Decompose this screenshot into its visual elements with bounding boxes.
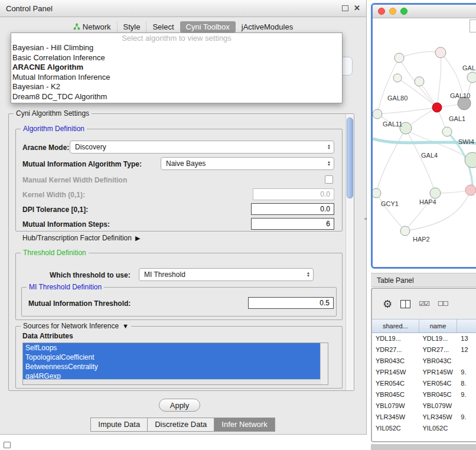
table-cell[interactable]: YBR045C — [372, 389, 419, 400]
settings-scrollbar[interactable] — [345, 114, 354, 390]
table-cell[interactable]: YER054C — [419, 378, 458, 389]
tab-style[interactable]: Style — [117, 21, 146, 32]
mi-type-select[interactable]: Naive Bayes ▲▼ — [161, 157, 334, 170]
columns-icon[interactable] — [400, 300, 410, 308]
tab-jactivemodules[interactable]: jActiveModules — [236, 21, 299, 32]
table-cell[interactable]: 9. — [457, 412, 476, 423]
bottom-tab-infer-network[interactable]: Infer Network — [214, 418, 275, 432]
table-cell[interactable]: YDL19... — [372, 333, 419, 344]
table-cell[interactable]: YIL052C — [372, 423, 419, 434]
algorithm-option-aracne-algorithm[interactable]: ARACNE Algorithm — [11, 63, 342, 73]
close-icon[interactable]: ✕ — [354, 5, 360, 12]
kernel-width-input — [253, 188, 334, 200]
aracne-mode-select[interactable]: Discovery ▲▼ — [70, 141, 334, 154]
list-vertical-scrollbar[interactable] — [320, 343, 328, 384]
algorithm-option-mutual-information-inference[interactable]: Mutual Information Inference — [11, 73, 342, 83]
float-icon[interactable] — [342, 5, 348, 11]
mi-threshold-input[interactable] — [248, 297, 334, 309]
table-cell[interactable]: 12 — [457, 344, 476, 356]
network-node[interactable] — [442, 127, 452, 136]
table-cell[interactable]: YPR145W — [372, 367, 419, 378]
threshold-definition-title: Threshold Definition — [21, 249, 89, 257]
table-row[interactable]: YDL19...YDL19...13 — [372, 333, 476, 344]
table-row[interactable]: YBR045CYBR045C9. — [372, 389, 476, 400]
table-cell[interactable] — [457, 400, 476, 412]
network-canvas[interactable]: GALGAL80GAL10GAL11GAL1SWI4GAL4GCY1HAP4HA… — [373, 18, 476, 265]
algorithm-option-basic-correlation-inference[interactable]: Basic Correlation Inference — [11, 53, 342, 63]
attribute-item-topologicalcoefficient[interactable]: TopologicalCoefficient — [23, 353, 320, 362]
list-horizontal-scrollbar[interactable] — [23, 379, 321, 384]
control-panel-tabs: NetworkStyleSelectCyni ToolboxjActiveMod… — [0, 19, 366, 34]
table-toolbar: ⚙ ☑☑ ☐☐ — [372, 289, 476, 319]
deselect-all-icon[interactable]: ☐☐ — [438, 300, 448, 308]
table-row[interactable]: YDR27...YDR27...12 — [372, 344, 476, 356]
network-node[interactable] — [395, 53, 404, 63]
sources-title-row[interactable]: Sources for Network Inference ▼ — [21, 322, 131, 330]
tab-network[interactable]: Network — [67, 21, 117, 32]
table-cell[interactable]: 9. — [457, 389, 476, 400]
table-cell[interactable]: YDR27... — [419, 344, 458, 356]
bottom-tab-discretize-data[interactable]: Discretize Data — [147, 418, 214, 432]
hub-section-toggle[interactable]: Hub/Transcription Factor Definition ▶ — [22, 234, 140, 242]
table-cell[interactable]: YBR043C — [372, 356, 419, 367]
bottom-tab-impute-data[interactable]: Impute Data — [90, 418, 148, 432]
select-all-icon[interactable]: ☑☑ — [419, 300, 429, 308]
canvas-scrollbar-corner[interactable] — [470, 19, 476, 32]
table-cell[interactable]: 13 — [457, 333, 476, 344]
table-cell[interactable]: YLR345W — [372, 412, 419, 423]
network-node[interactable] — [435, 47, 446, 58]
table-cell[interactable]: YLR345W — [419, 412, 458, 423]
apply-button[interactable]: Apply — [159, 399, 200, 412]
table-cell[interactable] — [457, 356, 476, 367]
table-row[interactable]: YIL052CYIL052C — [372, 423, 476, 434]
manual-kernel-checkbox[interactable] — [325, 175, 333, 184]
network-node[interactable] — [467, 72, 476, 83]
network-node[interactable] — [373, 188, 381, 198]
network-node[interactable] — [432, 103, 442, 112]
network-node[interactable] — [393, 74, 402, 82]
tab-cyni-toolbox[interactable]: Cyni Toolbox — [180, 21, 236, 32]
table-cell[interactable]: YDR27... — [372, 344, 419, 356]
splitter-arrow-icon[interactable]: ◂ — [364, 215, 367, 221]
minimize-traffic-light[interactable] — [389, 8, 396, 15]
table-cell[interactable]: YBL079W — [419, 400, 458, 412]
table-cell[interactable]: YIL052C — [419, 423, 458, 434]
zoom-traffic-light[interactable] — [400, 8, 407, 15]
table-cell[interactable]: YPR145W — [419, 367, 458, 378]
table-cell[interactable]: YBR045C — [419, 389, 458, 400]
network-node[interactable] — [465, 185, 476, 195]
network-node[interactable] — [465, 152, 476, 168]
dpi-tolerance-input[interactable] — [251, 203, 334, 215]
gear-icon[interactable]: ⚙ — [383, 298, 392, 311]
network-node[interactable] — [400, 226, 410, 236]
table-cell[interactable]: 9. — [457, 367, 476, 378]
table-row[interactable]: YLR345WYLR345W9. — [372, 412, 476, 423]
collapsed-panel-icon[interactable] — [4, 442, 11, 448]
table-cell[interactable]: YBR043C — [419, 356, 458, 367]
attribute-item-selfloops[interactable]: SelfLoops — [23, 343, 320, 353]
table-cell[interactable] — [457, 423, 476, 434]
network-node[interactable] — [430, 188, 441, 198]
table-cell[interactable]: 8. — [457, 378, 476, 389]
table-cell[interactable]: YER054C — [372, 378, 419, 389]
table-cell[interactable]: YBL079W — [372, 400, 419, 412]
table-row[interactable]: YBR043CYBR043C — [372, 356, 476, 367]
table-row[interactable]: YBL079WYBL079W — [372, 400, 476, 412]
table-row[interactable]: YER054CYER054C8. — [372, 378, 476, 389]
table-cell[interactable]: YDL19... — [419, 333, 458, 344]
algorithm-option-bayesian-k2[interactable]: Bayesian - K2 — [11, 82, 342, 92]
table-row[interactable]: YPR145WYPR145W9. — [372, 367, 476, 378]
network-node[interactable] — [373, 109, 382, 119]
algorithm-option-bayesian-hill-climbing[interactable]: Bayesian - Hill Climbing — [11, 43, 342, 53]
close-traffic-light[interactable] — [378, 8, 385, 15]
which-threshold-select[interactable]: MI Threshold ▲▼ — [139, 268, 314, 281]
mi-steps-input[interactable] — [251, 218, 334, 230]
table-column-header-name[interactable]: name — [419, 319, 458, 332]
settings-scrollbar-thumb[interactable] — [347, 118, 353, 198]
network-node[interactable] — [415, 77, 424, 86]
attribute-item-betweennesscentrality[interactable]: BetweennessCentrality — [23, 362, 320, 371]
algorithm-option-dream8-dc-tdc-algorithm[interactable]: Dream8 DC_TDC Algorithm — [11, 92, 342, 102]
table-column-header-2[interactable] — [457, 319, 476, 332]
table-column-header-shared[interactable]: shared... — [372, 319, 419, 332]
tab-select[interactable]: Select — [146, 21, 180, 32]
